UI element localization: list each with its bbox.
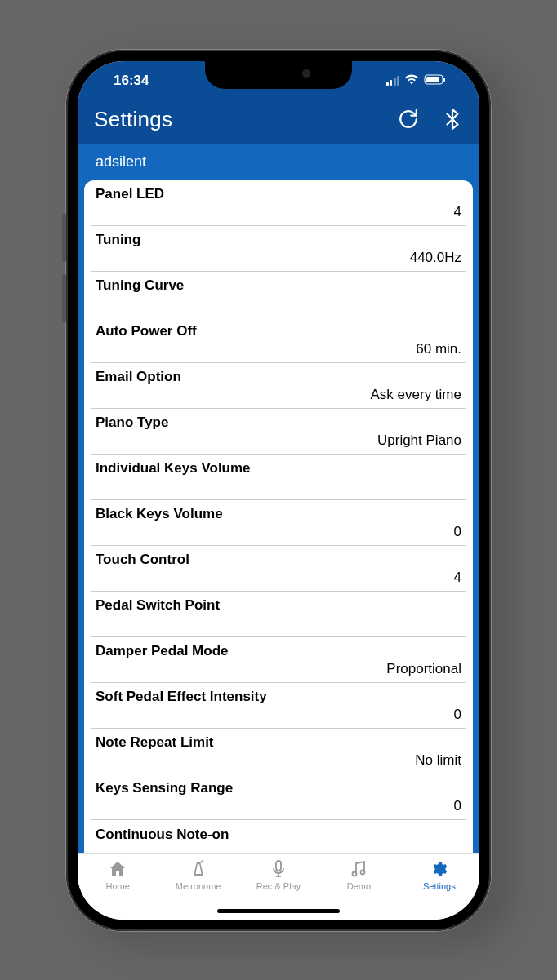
- home-icon: [107, 858, 128, 880]
- setting-label: Piano Type: [96, 415, 461, 431]
- setting-row[interactable]: Tuning Curve: [91, 272, 466, 317]
- setting-row[interactable]: Auto Power Off60 min.: [91, 317, 466, 363]
- status-time: 16:34: [110, 73, 149, 89]
- tab-label: Metronome: [176, 881, 221, 891]
- metronome-icon: [188, 858, 209, 880]
- bluetooth-button[interactable]: [442, 109, 463, 130]
- setting-label: Tuning Curve: [96, 277, 461, 294]
- setting-label: Continuous Note-on: [96, 827, 461, 843]
- section-header: adsilent: [78, 144, 479, 180]
- setting-row[interactable]: Black Keys Volume0: [91, 500, 466, 546]
- tab-label: Rec & Play: [256, 881, 301, 891]
- setting-row[interactable]: Individual Keys Volume: [91, 455, 466, 500]
- setting-row[interactable]: Damper Pedal ModeProportional: [91, 637, 466, 683]
- content-area: Panel LED4Tuning440.0HzTuning CurveAuto …: [78, 180, 479, 853]
- setting-label: Damper Pedal Mode: [96, 643, 461, 659]
- setting-label: Black Keys Volume: [96, 506, 461, 522]
- setting-label: Soft Pedal Effect Intensity: [96, 689, 461, 705]
- tab-label: Settings: [423, 881, 456, 891]
- setting-label: Keys Sensing Range: [96, 780, 461, 796]
- mic-icon: [268, 858, 289, 880]
- settings-list[interactable]: Panel LED4Tuning440.0HzTuning CurveAuto …: [84, 180, 473, 853]
- setting-label: Touch Control: [96, 552, 461, 568]
- setting-value: 60 min.: [96, 341, 461, 357]
- setting-row[interactable]: Panel LED4: [91, 180, 466, 226]
- setting-label: Email Option: [96, 369, 461, 385]
- setting-value: Upright Piano: [96, 432, 461, 449]
- setting-label: Individual Keys Volume: [96, 460, 461, 477]
- battery-icon: [424, 73, 447, 89]
- header: Settings: [78, 100, 479, 144]
- setting-value: 0: [96, 524, 461, 540]
- setting-value: Ask every time: [96, 387, 461, 403]
- setting-label: Pedal Switch Point: [96, 597, 461, 614]
- tab-label: Demo: [347, 881, 371, 891]
- tab-label: Home: [106, 881, 130, 891]
- setting-value: 0: [96, 798, 461, 814]
- svg-rect-1: [426, 77, 439, 82]
- setting-value: 0: [96, 707, 461, 723]
- setting-value: [96, 615, 461, 632]
- phone-frame: 16:34 Settings adsil: [66, 50, 491, 931]
- setting-row[interactable]: Pedal Switch Point: [91, 592, 466, 637]
- tab-settings[interactable]: Settings: [399, 858, 479, 920]
- setting-row[interactable]: Note Repeat LimitNo limit: [91, 729, 466, 774]
- svg-rect-2: [443, 78, 445, 82]
- svg-rect-5: [276, 861, 281, 871]
- setting-value: [96, 295, 461, 312]
- setting-row[interactable]: Continuous Note-on: [91, 820, 466, 853]
- setting-label: Note Repeat Limit: [96, 734, 461, 751]
- setting-label: Tuning: [96, 232, 461, 248]
- setting-row[interactable]: Touch Control4: [91, 546, 466, 592]
- setting-value: No limit: [96, 752, 461, 769]
- music-icon: [348, 858, 369, 880]
- home-indicator[interactable]: [217, 909, 340, 913]
- refresh-button[interactable]: [398, 109, 419, 130]
- tab-home[interactable]: Home: [78, 858, 158, 920]
- setting-value: [96, 845, 461, 853]
- svg-rect-3: [194, 874, 203, 876]
- wifi-icon: [404, 73, 419, 89]
- setting-value: 4: [96, 204, 461, 220]
- setting-row[interactable]: Email OptionAsk every time: [91, 363, 466, 409]
- setting-row[interactable]: Soft Pedal Effect Intensity0: [91, 683, 466, 729]
- setting-row[interactable]: Tuning440.0Hz: [91, 226, 466, 272]
- setting-row[interactable]: Keys Sensing Range0: [91, 774, 466, 820]
- svg-point-8: [353, 871, 357, 876]
- gear-icon: [429, 858, 450, 880]
- setting-value: 440.0Hz: [96, 250, 461, 266]
- setting-row[interactable]: Piano TypeUpright Piano: [91, 409, 466, 455]
- notch: [205, 61, 352, 89]
- page-title: Settings: [94, 107, 172, 132]
- setting-value: [96, 478, 461, 494]
- setting-label: Panel LED: [96, 186, 461, 202]
- screen: 16:34 Settings adsil: [78, 61, 479, 920]
- cellular-icon: [386, 76, 400, 86]
- setting-value: 4: [96, 570, 461, 586]
- setting-value: Proportional: [96, 661, 461, 677]
- setting-label: Auto Power Off: [96, 323, 461, 339]
- svg-point-9: [361, 870, 365, 874]
